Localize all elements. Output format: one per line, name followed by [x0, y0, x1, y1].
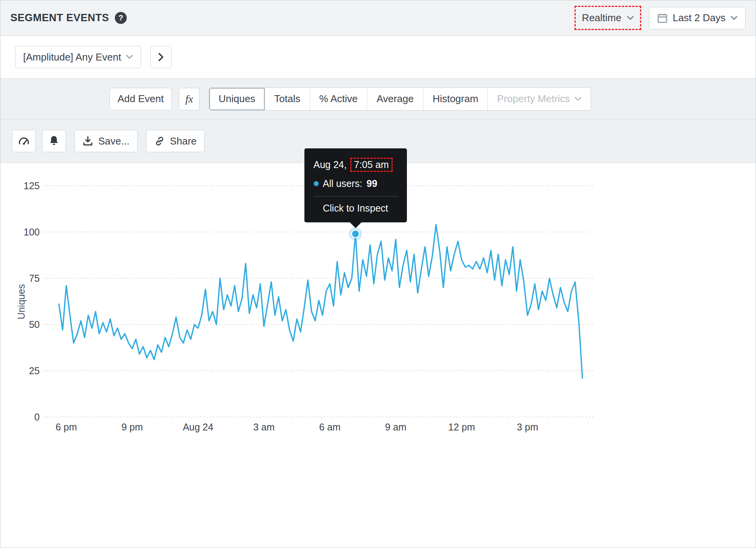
tab-property-metrics[interactable]: Property Metrics	[487, 88, 591, 110]
svg-text:75: 75	[29, 273, 40, 284]
event-selector-dropdown[interactable]: [Amplitude] Any Event	[15, 46, 141, 68]
download-icon	[82, 136, 93, 146]
formula-button[interactable]: fx	[179, 88, 200, 110]
gauge-icon	[18, 135, 30, 147]
tooltip-series-value: 99	[366, 178, 377, 189]
realtime-annotation-box: Realtime	[575, 6, 641, 30]
tooltip-date: Aug 24,	[314, 159, 347, 170]
calendar-icon	[657, 13, 668, 24]
share-button-label: Share	[170, 135, 197, 147]
svg-text:25: 25	[29, 365, 40, 376]
chevron-down-icon	[126, 55, 133, 59]
amplitude-segment-events-page: SEGMENT EVENTS ? Realtime Last 2 Days	[0, 0, 756, 548]
svg-text:100: 100	[24, 227, 40, 237]
tooltip-inspect-action[interactable]: Click to Inspect	[314, 203, 398, 214]
tab-uniques[interactable]: Uniques	[209, 88, 264, 110]
svg-text:0: 0	[34, 412, 40, 422]
svg-text:6 am: 6 am	[319, 422, 341, 432]
svg-text:3 am: 3 am	[253, 422, 275, 432]
svg-text:3 pm: 3 pm	[517, 422, 538, 432]
event-selector-label: [Amplitude] Any Event	[23, 51, 121, 63]
dashboard-button[interactable]	[12, 130, 36, 152]
series-color-dot	[314, 181, 319, 186]
page-title: SEGMENT EVENTS	[10, 12, 109, 24]
event-row: [Amplitude] Any Event	[0, 36, 756, 79]
chevron-down-icon	[627, 16, 634, 20]
tab-property-metrics-label: Property Metrics	[497, 93, 570, 105]
svg-text:6 pm: 6 pm	[55, 422, 77, 432]
share-button[interactable]: Share	[146, 130, 205, 152]
tooltip-timestamp: Aug 24, 7:05 am	[314, 158, 398, 172]
header: SEGMENT EVENTS ? Realtime Last 2 Days	[0, 0, 756, 36]
svg-text:9 am: 9 am	[385, 422, 407, 432]
bell-icon	[48, 135, 60, 147]
tab-average[interactable]: Average	[367, 88, 423, 110]
title-wrap: SEGMENT EVENTS ?	[10, 12, 127, 24]
tab-histogram[interactable]: Histogram	[423, 88, 487, 110]
notifications-button[interactable]	[42, 130, 66, 152]
tooltip-divider	[314, 196, 398, 197]
tooltip-time-annotation-box: 7:05 am	[350, 158, 393, 172]
chevron-right-icon	[158, 52, 164, 62]
realtime-dropdown[interactable]: Realtime	[580, 10, 635, 26]
tooltip-series-row: All users: 99	[314, 178, 398, 189]
header-controls: Realtime Last 2 Days	[575, 6, 746, 30]
metric-row: Add Event fx Uniques Totals % Active Ave…	[0, 79, 756, 119]
chevron-down-icon	[731, 16, 738, 20]
help-icon[interactable]: ?	[115, 12, 127, 24]
svg-text:125: 125	[24, 180, 40, 191]
realtime-dropdown-label: Realtime	[582, 12, 622, 24]
chevron-down-icon	[575, 97, 581, 101]
tab-totals[interactable]: Totals	[265, 88, 310, 110]
link-icon	[154, 136, 165, 146]
tooltip-series-label: All users:	[323, 178, 363, 189]
svg-text:50: 50	[29, 319, 40, 330]
tab-percent-active[interactable]: % Active	[310, 88, 367, 110]
metric-tabs: Uniques Totals % Active Average Histogra…	[209, 87, 591, 111]
add-event-button[interactable]: Add Event	[109, 88, 172, 110]
date-range-dropdown[interactable]: Last 2 Days	[649, 7, 746, 29]
chart-area: Uniques 02550751001256 pm9 pmAug 243 am6…	[0, 163, 756, 548]
save-button[interactable]: Save...	[74, 130, 138, 152]
expand-event-button[interactable]	[150, 46, 172, 68]
svg-text:9 pm: 9 pm	[121, 422, 143, 432]
save-button-label: Save...	[98, 135, 129, 147]
svg-text:Aug 24: Aug 24	[183, 422, 213, 432]
chart-tooltip[interactable]: Aug 24, 7:05 am All users: 99 Click to I…	[304, 148, 407, 222]
svg-text:12 pm: 12 pm	[448, 422, 475, 432]
date-range-label: Last 2 Days	[673, 12, 726, 24]
